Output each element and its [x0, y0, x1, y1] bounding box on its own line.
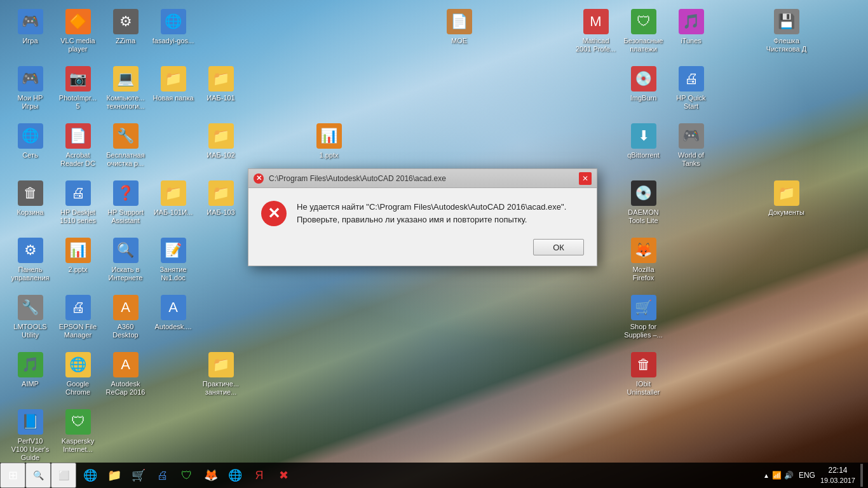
desktop-icon-iskat[interactable]: 🔍Искать в Интернете: [102, 235, 149, 285]
desktop-icon-zzima[interactable]: ⚙ZZima: [102, 6, 149, 48]
desktop-icon-dokumenty[interactable]: 📁Документы: [763, 178, 810, 219]
taskbar-clock[interactable]: 22:14 19.03.2017: [820, 466, 855, 485]
icon-label-1pptx: 1.pptx: [320, 151, 339, 159]
desktop-icon-iab101i[interactable]: 📁ИАБ-101И...: [149, 178, 197, 219]
icon-image-autodesk: A: [161, 295, 186, 320]
dialog-ok-button[interactable]: ОК: [533, 239, 584, 255]
desktop-icon-panel[interactable]: ⚙Панель управления: [6, 235, 54, 285]
desktop-icon-iobit[interactable]: 🗑IObit Uninstaller: [620, 349, 667, 399]
icon-image-periv10: 📘: [18, 409, 43, 435]
taskbar-pinned-icons: 🌐 📁 🛒 🖨 🛡 🦊 🌐 Я ✖: [79, 464, 295, 487]
taskbar-yandex-icon[interactable]: Я: [248, 464, 271, 487]
dialog-buttons: ОК: [248, 239, 597, 266]
desktop-icon-igra[interactable]: 🎮Игра: [6, 6, 54, 48]
icon-image-iab101i: 📁: [161, 180, 186, 206]
desktop-icon-zanyatie1[interactable]: 📝Занятие №1.doc: [149, 235, 197, 285]
icon-label-qbittorrent: qBittorrent: [627, 151, 660, 159]
icon-image-vlc: 🔶: [65, 9, 91, 34]
desktop-icon-daemontools[interactable]: 💿DAEMON Tools Lite: [620, 178, 667, 227]
icon-label-dokumenty: Документы: [768, 208, 804, 217]
desktop-icon-epson[interactable]: 🖨EPSON File Manager: [54, 292, 102, 342]
desktop-icon-fasadyi[interactable]: 🌐fasadyi-gos...: [149, 6, 197, 48]
search-button[interactable]: 🔍: [25, 463, 51, 488]
taskbar-show-desktop[interactable]: [860, 464, 863, 487]
desktop-icon-mozillafire[interactable]: 🦊Mozilla Firefox: [620, 235, 667, 285]
taskbar-firefox-icon[interactable]: 🦊: [200, 464, 222, 487]
desktop-icon-acrobat[interactable]: 📄Acrobat Reader DC: [54, 121, 102, 170]
icon-label-daemontools: DAEMON Tools Lite: [622, 208, 665, 225]
icon-label-hpsupport: HP Support Assistant: [104, 208, 147, 225]
taskbar-chrome-icon[interactable]: 🌐: [224, 464, 247, 487]
taskbar-explorer-icon[interactable]: 📁: [103, 464, 126, 487]
icon-label-besplatnaya: Бесплатная очистка р...: [104, 151, 147, 168]
taskbar-close-icon[interactable]: ✖: [272, 464, 295, 487]
desktop-icon-imgburn[interactable]: 💿ImgBurn: [620, 64, 667, 105]
task-view-button[interactable]: ⬜: [51, 463, 76, 488]
icon-label-chrome: Google Chrome: [57, 380, 99, 396]
desktop-icon-novpapka[interactable]: 📁Новая папка: [149, 64, 197, 105]
start-button[interactable]: ⊞: [0, 463, 25, 488]
desktop-icon-hpquick[interactable]: 🖨HP Quick Start: [667, 64, 715, 113]
icon-label-zzima: ZZima: [116, 37, 135, 45]
desktop-icon-aimp[interactable]: 🎵AIMP: [6, 349, 54, 391]
icon-label-praktich: Практиче... занятие...: [200, 380, 242, 396]
desktop-icon-praktich[interactable]: 📁Практиче... занятие...: [197, 349, 245, 399]
taskbar-hp-icon[interactable]: 🖨: [151, 464, 174, 487]
desktop-icon-set[interactable]: 🌐Сеть: [6, 121, 54, 162]
icon-image-itunes: 🎵: [679, 9, 704, 34]
error-dialog: ✕ C:\Program Files\Autodesk\AutoCAD 2016…: [248, 168, 597, 266]
icon-label-kaspersky: Kaspersky Internet...: [57, 437, 99, 454]
icon-image-iobit: 🗑: [631, 352, 656, 377]
icon-image-igra: 🎮: [18, 9, 43, 34]
desktop-icon-itunes[interactable]: 🎵iTunes: [667, 6, 715, 48]
desktop-icon-moe[interactable]: 📄МОЕ: [435, 6, 483, 48]
desktop-icon-1pptx[interactable]: 📊1.pptx: [305, 121, 353, 162]
icon-label-photoimpr: PhotoImpr... 5: [57, 94, 99, 111]
icon-label-iab101: ИАБ-101: [207, 94, 234, 102]
desktop-icon-iab101[interactable]: 📁ИАБ-101: [197, 64, 245, 105]
icon-image-novpapka: 📁: [161, 66, 186, 92]
desktop-icon-iab102[interactable]: 📁ИАБ-102: [197, 121, 245, 162]
desktop-icon-hpsupport[interactable]: ❓HP Support Assistant: [102, 178, 149, 227]
icon-label-shopfor: Shop for Supplies –...: [622, 323, 665, 339]
icon-label-epson: EPSON File Manager: [57, 323, 99, 339]
desktop-icon-komputech[interactable]: 💻Компьюте... технологи...: [102, 64, 149, 113]
desktop-icon-chrome[interactable]: 🌐Google Chrome: [54, 349, 102, 399]
desktop-icon-autodeskrec[interactable]: AAutodesk ReCap 2016: [102, 349, 149, 399]
taskbar-store-icon[interactable]: 🛒: [127, 464, 150, 487]
desktop-icon-periv10[interactable]: 📘PerfV10 V100 User's Guide: [6, 407, 54, 465]
icon-image-bezopasnie: 🛡: [631, 9, 656, 34]
desktop-icon-flashka[interactable]: 💾Флешка Чистякова Д: [763, 6, 810, 56]
desktop-icon-worldtanks[interactable]: 🎮World of Tanks: [667, 121, 715, 170]
desktop-icon-bezopasnie[interactable]: 🛡Безопасные платежи: [620, 6, 667, 56]
icon-label-novpapka: Новая папка: [153, 94, 193, 102]
desktop-icon-hpdeskjet[interactable]: 🖨HP Deskjet 1510 series: [54, 178, 102, 227]
desktop-icon-besplatnaya[interactable]: 🔧Бесплатная очистка р...: [102, 121, 149, 170]
desktop-icon-photoimpr[interactable]: 📷PhotoImpr... 5: [54, 64, 102, 113]
desktop-icon-iab103[interactable]: 📁ИАБ-103: [197, 178, 245, 219]
taskbar-volume-icon[interactable]: 🔊: [784, 471, 794, 480]
desktop-icon-autodesk[interactable]: AAutodesk....: [149, 292, 197, 334]
desktop-icon-lmtools[interactable]: 🔧LMTOOLS Utility: [6, 292, 54, 342]
icon-image-photoimpr: 📷: [65, 66, 91, 92]
icon-label-hpquick: HP Quick Start: [670, 94, 712, 111]
desktop-icon-vlc[interactable]: 🔶VLC media player: [54, 6, 102, 56]
taskbar-lang[interactable]: ENG: [799, 471, 815, 480]
desktop-icon-a360[interactable]: AA360 Desktop: [102, 292, 149, 342]
desktop-icon-kaspersky[interactable]: 🛡Kaspersky Internet...: [54, 407, 102, 456]
desktop-icon-qbittorrent[interactable]: ⬇qBittorrent: [620, 121, 667, 162]
taskbar-network-icon[interactable]: 📶: [772, 471, 782, 480]
desktop-icon-2pptx[interactable]: 📊2.pptx: [54, 235, 102, 276]
taskbar-edge-icon[interactable]: 🌐: [79, 464, 102, 487]
desktop-icon-moyhp[interactable]: 🎮Мои HP Игры: [6, 64, 54, 113]
icon-image-a360: A: [113, 295, 139, 320]
icon-image-iab101: 📁: [208, 66, 234, 92]
desktop-icon-korzina[interactable]: 🗑Корзина: [6, 178, 54, 219]
icon-label-iab102: ИАБ-102: [207, 151, 234, 159]
desktop-icon-mathcad[interactable]: MMathcad 2001 Profe...: [572, 6, 620, 56]
desktop-icon-shopfor[interactable]: 🛒Shop for Supplies –...: [620, 292, 667, 342]
dialog-close-button[interactable]: ✕: [579, 172, 592, 185]
taskbar-vpn-icon[interactable]: 🛡: [175, 464, 198, 487]
taskbar-chevron-icon[interactable]: ▲: [763, 472, 770, 479]
icon-label-a360: A360 Desktop: [104, 323, 147, 339]
